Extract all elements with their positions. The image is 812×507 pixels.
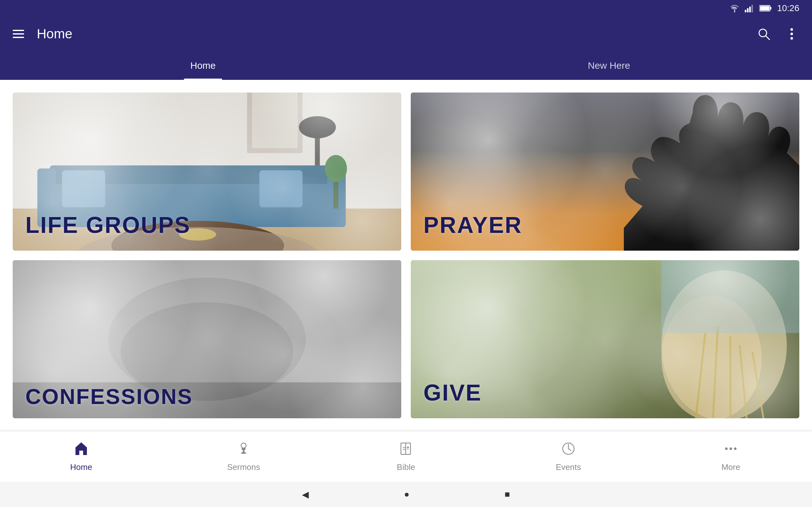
nav-events[interactable]: Events — [487, 431, 650, 482]
card-life-groups[interactable]: LIFE GROUPS — [13, 93, 401, 250]
nav-more[interactable]: More — [650, 431, 812, 482]
more-vertical-icon[interactable] — [784, 26, 799, 42]
nav-more-label: More — [721, 462, 740, 472]
svg-point-58 — [729, 447, 732, 450]
wifi-icon — [729, 4, 740, 13]
svg-rect-4 — [751, 5, 753, 12]
confessions-label: CONFESSIONS — [26, 384, 193, 409]
svg-point-12 — [791, 37, 793, 40]
search-icon[interactable] — [756, 26, 771, 42]
svg-point-0 — [734, 11, 735, 12]
signal-icon — [745, 4, 754, 12]
back-button[interactable]: ◀ — [302, 489, 309, 500]
svg-rect-2 — [747, 8, 749, 12]
bible-icon — [398, 441, 414, 458]
svg-rect-3 — [749, 7, 751, 12]
home-icon — [73, 441, 89, 458]
app-bar-actions — [756, 26, 799, 42]
status-time: 10:26 — [777, 3, 799, 13]
svg-point-59 — [734, 447, 737, 450]
tab-new-here[interactable]: New Here — [406, 51, 812, 80]
tab-home[interactable]: Home — [0, 51, 406, 80]
svg-point-11 — [791, 33, 793, 35]
svg-rect-48 — [242, 448, 246, 450]
svg-rect-6 — [770, 7, 771, 9]
svg-point-47 — [241, 443, 246, 448]
bottom-nav: Home Sermons Bible — [0, 431, 812, 482]
nav-events-label: Events — [556, 462, 581, 472]
status-bar: 10:26 — [0, 0, 812, 16]
give-label: GIVE — [423, 380, 482, 406]
svg-rect-49 — [241, 452, 246, 454]
events-icon — [561, 441, 576, 458]
svg-line-9 — [766, 36, 769, 40]
svg-point-57 — [725, 447, 728, 450]
card-give[interactable]: GIVE — [411, 260, 799, 418]
menu-button[interactable] — [13, 30, 24, 38]
battery-icon — [759, 5, 772, 12]
nav-home-label: Home — [70, 462, 92, 472]
nav-home[interactable]: Home — [0, 431, 162, 482]
main-content: LIFE GROUPS — [0, 80, 812, 431]
status-icons: 10:26 — [729, 3, 799, 13]
nav-sermons-label: Sermons — [227, 462, 260, 472]
tab-bar: Home New Here — [0, 51, 812, 80]
nav-bible[interactable]: Bible — [325, 431, 487, 482]
prayer-label: PRAYER — [423, 212, 522, 238]
life-groups-label: LIFE GROUPS — [26, 212, 191, 238]
system-nav: ◀ ● ■ — [0, 482, 812, 507]
recent-button[interactable]: ■ — [505, 489, 510, 499]
app-title: Home — [37, 26, 756, 42]
home-button[interactable]: ● — [404, 489, 409, 499]
sermons-icon — [236, 441, 251, 458]
svg-rect-7 — [760, 6, 769, 10]
card-prayer[interactable]: PRAYER — [411, 93, 799, 250]
svg-point-10 — [791, 28, 793, 31]
svg-rect-1 — [745, 10, 746, 12]
card-confessions[interactable]: CONFESSIONS — [13, 260, 401, 418]
app-bar: Home — [0, 16, 812, 51]
nav-sermons[interactable]: Sermons — [162, 431, 325, 482]
more-icon — [723, 441, 739, 458]
nav-bible-label: Bible — [397, 462, 415, 472]
